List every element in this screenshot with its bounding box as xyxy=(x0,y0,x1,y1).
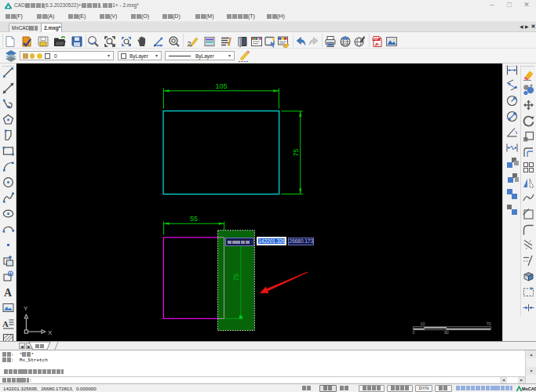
svg-text:75: 75 xyxy=(292,148,300,156)
svg-text:105: 105 xyxy=(215,82,227,90)
svg-text:30: 30 xyxy=(444,330,449,335)
svg-text:A: A xyxy=(2,319,9,328)
svg-text:10: 10 xyxy=(420,321,425,326)
svg-text:A: A xyxy=(4,287,13,299)
svg-text:PDF: PDF xyxy=(373,38,379,41)
svg-text:55: 55 xyxy=(190,215,198,223)
svg-text:0: 0 xyxy=(412,330,414,335)
svg-text:Y: Y xyxy=(24,305,28,312)
svg-text:70: 70 xyxy=(486,321,490,326)
svg-text:75: 75 xyxy=(232,273,240,281)
svg-text:2: 2 xyxy=(188,40,191,48)
svg-text:X: X xyxy=(48,329,53,336)
